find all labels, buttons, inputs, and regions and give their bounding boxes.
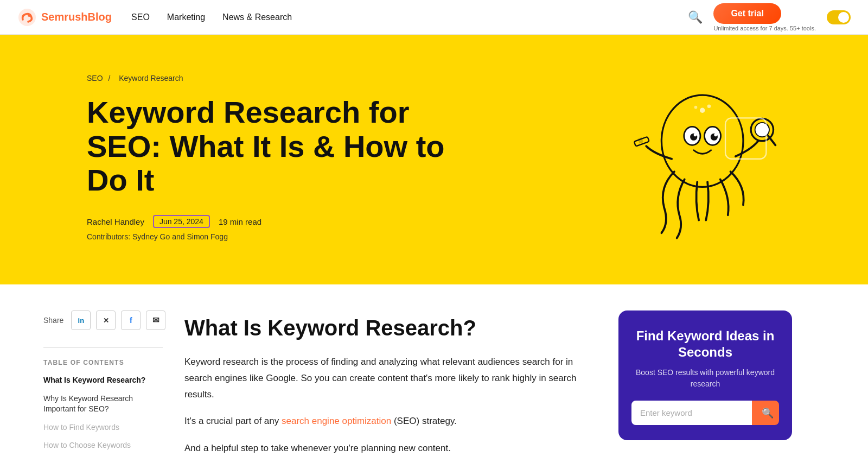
- hero-section: SEO / Keyword Research Keyword Research …: [0, 35, 868, 284]
- article-title: Keyword Research for SEO: What It Is & H…: [87, 96, 456, 198]
- svg-point-8: [714, 134, 717, 137]
- semrush-logo-icon: [17, 8, 37, 27]
- svg-point-13: [755, 123, 769, 137]
- widget-search-button[interactable]: 🔍: [752, 401, 779, 425]
- toc-item-0[interactable]: What Is Keyword Research?: [43, 375, 163, 386]
- breadcrumb-seo[interactable]: SEO: [87, 74, 103, 83]
- share-label: Share: [43, 316, 63, 325]
- publish-date: Jun 25, 2024: [153, 215, 210, 228]
- theme-toggle[interactable]: [827, 10, 851, 24]
- get-trial-button[interactable]: Get trial: [713, 3, 781, 24]
- svg-point-0: [18, 9, 36, 26]
- svg-point-1: [28, 14, 31, 17]
- section-heading: What Is Keyword Research?: [184, 315, 597, 341]
- widget-input-row: 🔍: [631, 401, 779, 425]
- contributors: Contributors: Sydney Go and Simon Fogg: [87, 232, 456, 241]
- breadcrumb: SEO / Keyword Research: [87, 74, 456, 83]
- breadcrumb-separator: /: [108, 74, 112, 83]
- octopus-illustration: [618, 69, 781, 243]
- main-content: What Is Keyword Research? Keyword resear…: [184, 310, 597, 469]
- breadcrumb-keyword-research: Keyword Research: [119, 74, 183, 83]
- para2-suffix: (SEO) strategy.: [391, 416, 457, 426]
- keyword-input[interactable]: [631, 401, 752, 425]
- svg-point-9: [700, 108, 705, 113]
- hero-left: SEO / Keyword Research Keyword Research …: [87, 74, 456, 241]
- body-para-1: Keyword research is the process of findi…: [184, 354, 597, 402]
- get-trial-area: Get trial Unlimited access for 7 days. 5…: [713, 3, 816, 31]
- svg-point-10: [707, 104, 711, 108]
- nav-links: SEO Marketing News & Research: [131, 12, 292, 22]
- read-time: 19 min read: [219, 217, 261, 226]
- share-icons: in ✕ f ✉: [71, 310, 165, 330]
- svg-point-11: [694, 106, 698, 109]
- x-twitter-share-icon[interactable]: ✕: [96, 310, 116, 330]
- right-widget: Find Keyword Ideas in Seconds Boost SEO …: [618, 310, 792, 469]
- widget-subtitle: Boost SEO results with powerful keyword …: [631, 367, 779, 390]
- toggle-wrap: [827, 10, 851, 24]
- content-area: Share in ✕ f ✉ TABLE OF CONTENTS What Is…: [0, 284, 868, 469]
- nav-link-seo[interactable]: SEO: [131, 12, 150, 22]
- para2-prefix: It's a crucial part of any: [184, 416, 282, 426]
- search-icon[interactable]: 🔍: [688, 10, 703, 24]
- trial-subtitle: Unlimited access for 7 days. 55+ tools.: [713, 25, 816, 31]
- email-share-icon[interactable]: ✉: [146, 310, 165, 330]
- widget-title: Find Keyword Ideas in Seconds: [631, 328, 779, 360]
- navbar: SemrushBlog SEO Marketing News & Researc…: [0, 0, 868, 35]
- toc-title: TABLE OF CONTENTS: [43, 347, 163, 366]
- logo[interactable]: SemrushBlog: [17, 8, 112, 27]
- linkedin-share-icon[interactable]: in: [71, 310, 91, 330]
- hero-illustration: [618, 69, 781, 245]
- facebook-share-icon[interactable]: f: [121, 310, 141, 330]
- toc-item-1[interactable]: Why Is Keyword Research Important for SE…: [43, 394, 163, 415]
- hero-meta: Rachel Handley Jun 25, 2024 19 min read: [87, 215, 456, 228]
- body-para-2: It's a crucial part of any search engine…: [184, 413, 597, 429]
- author-name: Rachel Handley: [87, 217, 144, 226]
- seo-link[interactable]: search engine optimization: [282, 416, 391, 426]
- nav-link-marketing[interactable]: Marketing: [167, 12, 205, 22]
- widget-search-icon: 🔍: [762, 407, 774, 419]
- nav-link-news[interactable]: News & Research: [222, 12, 292, 22]
- nav-left: SemrushBlog SEO Marketing News & Researc…: [17, 8, 292, 27]
- toc-item-2[interactable]: How to Find Keywords: [43, 422, 163, 433]
- body-para-3: And a helpful step to take whenever you'…: [184, 440, 597, 457]
- sidebar: Share in ✕ f ✉ TABLE OF CONTENTS What Is…: [43, 310, 163, 469]
- share-row: Share in ✕ f ✉: [43, 310, 163, 330]
- keyword-ideas-widget: Find Keyword Ideas in Seconds Boost SEO …: [618, 310, 792, 440]
- nav-right: 🔍 Get trial Unlimited access for 7 days.…: [688, 3, 851, 31]
- toc-item-3[interactable]: How to Choose Keywords: [43, 440, 163, 451]
- logo-text: SemrushBlog: [41, 11, 112, 23]
- svg-line-14: [768, 136, 775, 145]
- svg-point-7: [694, 134, 697, 137]
